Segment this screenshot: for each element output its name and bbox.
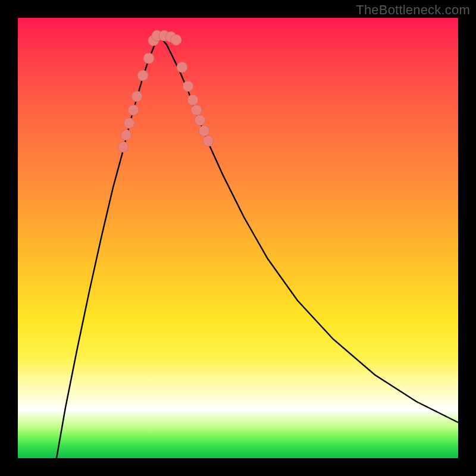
marker-point — [187, 95, 198, 105]
plot-area — [18, 18, 458, 458]
marker-point — [177, 62, 187, 73]
marker-point — [128, 105, 139, 115]
marker-point — [171, 35, 181, 45]
marker-point — [143, 53, 154, 64]
marker-point — [195, 115, 205, 126]
watermark-text: TheBottleneck.com — [356, 2, 470, 18]
chart-frame: TheBottleneck.com — [0, 0, 476, 476]
marker-point — [199, 126, 209, 136]
marker-point — [203, 136, 214, 146]
marker-point — [137, 70, 148, 81]
marker-point — [118, 142, 129, 152]
marker-point — [124, 118, 134, 129]
marker-point — [191, 105, 202, 115]
marker-point — [131, 91, 142, 102]
marker-point — [121, 130, 131, 140]
bottleneck-curve — [57, 36, 458, 458]
marker-point — [183, 81, 193, 92]
highlighted-points-group — [118, 30, 214, 152]
chart-svg-layer — [18, 18, 458, 458]
